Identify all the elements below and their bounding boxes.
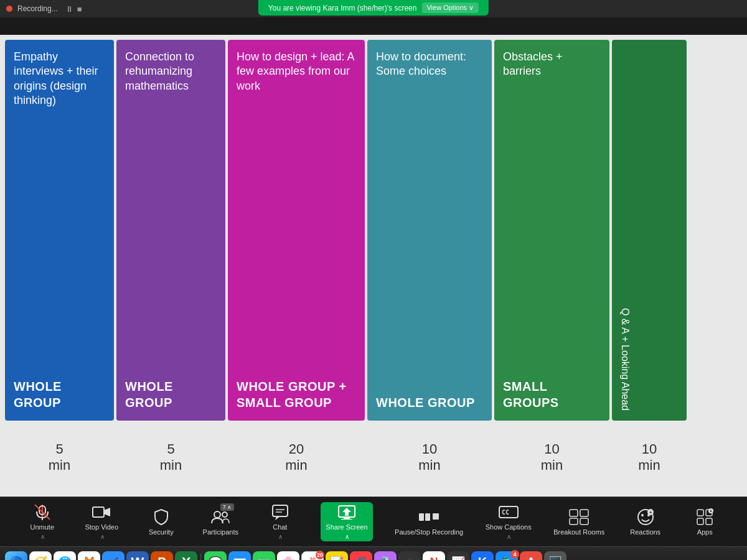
photos-icon[interactable]: 🌸 [277,551,299,561]
col6-topic: Q & A + Looking Ahead [618,308,631,411]
dock-divider-1 [200,554,201,561]
recording-dot [6,6,12,12]
zoom-toolbar: Unmute ∧ Stop Video ∧ Security [0,497,747,546]
mail-icon[interactable]: ✉️ [228,551,251,561]
word-icon[interactable]: W [126,551,149,561]
svg-rect-28 [697,510,703,516]
col4-bottom: 10 min [367,423,492,492]
mac-dock: 🔵 🧭 🌐 🦊 📹 W P X 💬 ✉️ 📷 🌸 20 CAL 20 📝 🎵 🎙… [0,546,747,560]
chat-button[interactable]: Chat ∧ [261,503,299,540]
col5-group: SMALL GROUPS [503,378,601,411]
svg-rect-30 [697,518,703,525]
svg-rect-22 [580,518,588,525]
col2-group: WHOLE GROUP [125,378,217,411]
apps-button[interactable]: + Apps [686,508,723,536]
col1-time: 5 [55,441,63,457]
breakout-rooms-button[interactable]: Breakout Rooms [553,508,604,536]
svg-rect-11 [344,517,350,519]
col5-time: 10 [544,441,559,457]
security-label: Security [149,528,174,536]
col5-time-unit: min [541,457,563,474]
captions-chevron: ∧ [507,533,511,540]
svg-rect-15 [425,513,430,521]
stocks-icon[interactable]: 📈 [447,551,469,561]
col4-group: WHOLE GROUP [376,394,483,411]
svg-rect-4 [93,507,104,517]
participants-count: 7 ∧ [220,503,235,511]
messages-icon[interactable]: 💬 [204,551,227,561]
col5-bottom: 10 min [494,423,609,492]
svg-point-6 [222,512,227,517]
col3-group: WHOLE GROUP + SMALL GROUP [237,378,356,411]
col1-group: WHOLE GROUP [14,378,105,411]
news-icon[interactable]: N [423,551,445,561]
col6-time: 10 [642,441,657,457]
column-1: Empathy interviews + their origins (desi… [5,40,114,492]
col5-topic: Obstacles + barriers [503,50,601,79]
stop-icon[interactable]: ■ [77,4,82,14]
col1-bottom: 5 min [5,423,114,492]
col4-time: 10 [422,441,437,457]
apps-icon: + [693,508,716,526]
main-content: Empathy interviews + their origins (desi… [0,35,747,497]
col3-topic: How to design + lead: A few examples fro… [237,50,356,93]
svg-rect-19 [570,510,578,516]
participants-icon: 7 ∧ [209,508,232,526]
share-screen-icon [336,503,358,521]
appstore-badge: 4 [510,550,519,559]
screenshare-icon[interactable]: 🖥️ [544,551,566,561]
podcasts-icon[interactable]: 🎙️ [374,551,397,561]
col3-bottom: 20 min [228,423,365,492]
finder-icon[interactable]: 🔵 [5,551,27,561]
recording-controls[interactable]: ⏸ ■ [65,4,82,14]
svg-rect-31 [706,518,712,525]
notes-icon[interactable]: 📝 [326,551,348,561]
security-icon [150,508,172,526]
col2-top: Connection to rehumanizing mathematics W… [116,40,225,421]
share-screen-button[interactable]: Share Screen ∧ [321,502,372,541]
pause-recording-button[interactable]: Pause/Stop Recording [395,508,463,536]
col2-time-unit: min [160,457,182,474]
col4-time-unit: min [418,457,440,474]
col6-time-unit: min [638,457,660,474]
column-6: Q & A + Looking Ahead 10 min [612,40,687,492]
chrome-icon[interactable]: 🌐 [54,551,76,561]
music-icon[interactable]: 🎵 [350,551,372,561]
svg-point-24 [641,514,644,516]
excel-icon[interactable]: X [175,551,197,561]
captions-button[interactable]: CC Show Captions ∧ [486,503,532,540]
keynote-icon[interactable]: K [471,551,494,561]
unmute-button[interactable]: Unmute ∧ [24,503,61,540]
col3-time: 20 [289,441,304,457]
reactions-button[interactable]: + Reactions [627,508,664,536]
participants-button[interactable]: 7 ∧ Participants [202,508,239,536]
facetime-icon[interactable]: 📷 [253,551,275,561]
col3-top: How to design + lead: A few examples fro… [228,40,365,421]
captions-icon: CC [497,503,520,521]
safari-icon[interactable]: 🧭 [29,551,52,561]
firefox-icon[interactable]: 🦊 [78,551,100,561]
reactions-icon: + [634,508,657,526]
svg-marker-13 [342,508,351,516]
unmute-label: Unmute [30,523,54,531]
security-button[interactable]: Security [143,508,180,536]
acrobat-icon[interactable]: A [520,551,542,561]
chat-icon [269,503,291,521]
video-chevron: ∧ [100,533,105,540]
zoom-icon[interactable]: 📹 [102,551,125,561]
video-icon [90,503,113,521]
column-4: How to document: Some choices WHOLE GROU… [367,40,492,492]
stop-video-label: Stop Video [85,523,118,531]
powerpoint-icon[interactable]: P [151,551,173,561]
svg-point-5 [214,511,220,518]
calendar-icon[interactable]: 20 CAL 20 [301,551,324,561]
appstore-icon[interactable]: 🛍️ 4 [496,551,518,561]
reactions-label: Reactions [630,528,660,536]
stop-video-button[interactable]: Stop Video ∧ [83,503,120,540]
unmute-chevron: ∧ [40,533,45,540]
col5-top: Obstacles + barriers SMALL GROUPS [494,40,609,421]
pause-icon[interactable]: ⏸ [65,4,73,14]
col4-topic: How to document: Some choices [376,50,483,79]
view-options-button[interactable]: View Options ∨ [421,2,479,13]
appletv-icon[interactable]: 📺 [398,551,421,561]
